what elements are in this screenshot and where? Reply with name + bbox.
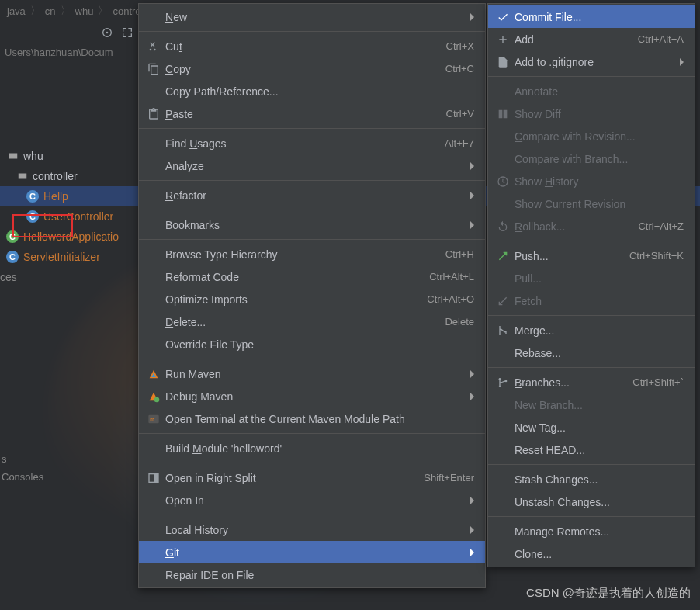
bot-s: s (0, 450, 45, 468)
plus-icon (496, 33, 510, 46)
path-text: Users\hanzhuan\Docum (5, 47, 113, 58)
shortcut: Ctrl+X (446, 40, 474, 52)
git-submenu[interactable]: Commit File... Add Ctrl+Alt+A Add to .gi… (487, 3, 695, 567)
submenu-arrow-icon (470, 162, 474, 170)
git-reset-head[interactable]: Reset HEAD... (488, 438, 695, 461)
menu-separator (139, 463, 485, 463)
git-new-tag[interactable]: New Tag... (488, 416, 695, 438)
menu-label: Clone... (510, 548, 552, 560)
git-add-gitignore[interactable]: Add to .gitignore (488, 50, 695, 73)
git-show-history: Show History (488, 170, 695, 192)
menu-analyze[interactable]: Analyze (139, 154, 485, 177)
git-show-diff: Show Diff (488, 102, 695, 125)
submenu-arrow-icon (680, 58, 684, 66)
svg-point-1 (106, 32, 109, 34)
menu-label: New Branch... (510, 399, 583, 411)
shortcut: Ctrl+Alt+O (427, 293, 474, 305)
git-new-branch: New Branch... (488, 393, 695, 416)
menu-new[interactable]: New (139, 5, 485, 28)
clock-icon (496, 175, 510, 188)
shortcut: Ctrl+Alt+Z (638, 220, 684, 232)
menu-run-maven[interactable]: Run Maven (139, 362, 485, 385)
git-merge[interactable]: Merge... (488, 319, 695, 341)
highlight-box (12, 214, 73, 237)
menu-copy[interactable]: Copy Ctrl+C (139, 57, 485, 80)
svg-rect-6 (154, 473, 158, 482)
context-menu[interactable]: New Cut Ctrl+X Copy Ctrl+C Copy Path/Ref… (138, 3, 486, 588)
menu-separator (488, 241, 695, 241)
package-icon (17, 171, 28, 182)
menu-bookmarks[interactable]: Bookmarks (139, 213, 485, 236)
menu-delete[interactable]: Delete... Delete (139, 310, 485, 333)
shortcut: Shift+Enter (424, 472, 474, 483)
menu-separator (139, 210, 485, 210)
menu-label: New Tag... (510, 421, 566, 434)
bc-whu[interactable]: whu (73, 5, 96, 17)
target-icon[interactable] (101, 26, 113, 39)
svg-point-2 (154, 397, 160, 402)
menu-git[interactable]: Git (139, 541, 485, 563)
menu-local-history[interactable]: Local History (139, 518, 485, 541)
tree-label: ServletInitializer (23, 251, 100, 263)
bc-cn[interactable]: cn (43, 5, 58, 17)
menu-copy-path[interactable]: Copy Path/Reference... (139, 80, 485, 102)
git-add[interactable]: Add Ctrl+Alt+A (488, 28, 695, 50)
tree-label: ces (0, 271, 17, 283)
menu-separator (139, 515, 485, 515)
menu-separator (488, 516, 695, 517)
menu-separator (139, 180, 485, 181)
rollback-icon (496, 220, 510, 233)
expand-icon[interactable] (121, 26, 133, 39)
menu-label: Open in Right Split (161, 472, 256, 484)
menu-repair-ide[interactable]: Repair IDE on File (139, 563, 485, 586)
submenu-arrow-icon (470, 526, 474, 534)
menu-open-right-split[interactable]: Open in Right Split Shift+Enter (139, 466, 485, 489)
split-icon (147, 472, 161, 484)
menu-label: Repair IDE on File (161, 569, 254, 581)
menu-cut[interactable]: Cut Ctrl+X (139, 35, 485, 57)
menu-optimize-imports[interactable]: Optimize Imports Ctrl+Alt+O (139, 288, 485, 310)
menu-refactor[interactable]: Refactor (139, 184, 485, 206)
menu-label: Add to .gitignore (510, 56, 594, 68)
menu-label: Reset HEAD... (510, 444, 585, 456)
menu-label: Override File Type (161, 338, 254, 351)
git-stash[interactable]: Stash Changes... (488, 468, 695, 490)
shortcut: Alt+F7 (445, 137, 474, 149)
git-manage-remotes[interactable]: Manage Remotes... (488, 520, 695, 542)
menu-label: Local History (161, 524, 228, 536)
maven-icon (147, 368, 161, 380)
git-push[interactable]: Push... Ctrl+Shift+K (488, 244, 695, 267)
menu-reformat[interactable]: Reformat Code Ctrl+Alt+L (139, 265, 485, 288)
menu-label: Debug Maven (161, 390, 233, 403)
menu-debug-maven[interactable]: Debug Maven (139, 385, 485, 407)
git-clone[interactable]: Clone... (488, 542, 695, 565)
menu-browse-hierarchy[interactable]: Browse Type Hierarchy Ctrl+H (139, 243, 485, 265)
push-icon (496, 250, 510, 262)
menu-open-terminal-maven[interactable]: m Open Terminal at the Current Maven Mod… (139, 407, 485, 430)
menu-label: Push... (510, 250, 549, 262)
menu-separator (488, 315, 695, 316)
menu-override-filetype[interactable]: Override File Type (139, 333, 485, 355)
bc-sep: 〉 (95, 4, 110, 18)
git-commit[interactable]: Commit File... (488, 5, 695, 28)
menu-label: Merge... (510, 324, 554, 337)
menu-open-in[interactable]: Open In (139, 489, 485, 511)
menu-label: New (161, 11, 187, 23)
menu-build-module[interactable]: Build Module 'helloword' (139, 437, 485, 459)
class-icon: C (6, 251, 19, 263)
menu-label: Open In (161, 494, 204, 507)
shortcut: Delete (445, 316, 474, 328)
bc-java[interactable]: java (5, 5, 28, 17)
menu-find-usages[interactable]: Find Usages Alt+F7 (139, 132, 485, 154)
package-icon (8, 151, 19, 161)
shortcut: Ctrl+H (445, 248, 474, 260)
menu-label: Unstash Changes... (510, 496, 610, 508)
menu-label: Run Maven (161, 368, 221, 380)
git-branches[interactable]: Branches... Ctrl+Shift+` (488, 371, 695, 393)
menu-label: Commit File... (510, 11, 581, 23)
git-rebase[interactable]: Rebase... (488, 341, 695, 364)
submenu-arrow-icon (470, 549, 474, 556)
git-unstash[interactable]: Unstash Changes... (488, 490, 695, 513)
menu-paste[interactable]: Paste Ctrl+V (139, 102, 485, 125)
menu-label: Rebase... (510, 347, 561, 359)
